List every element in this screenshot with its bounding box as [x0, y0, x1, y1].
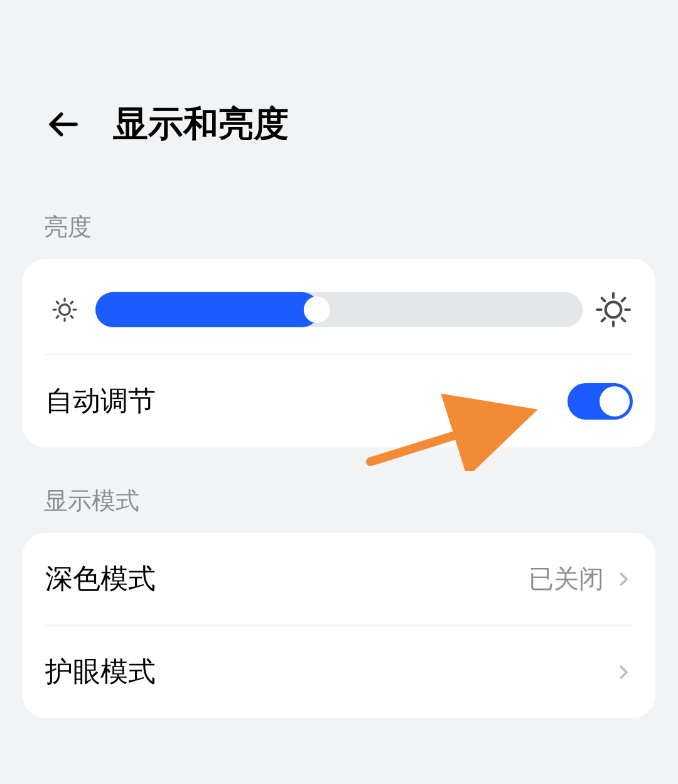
dark-mode-label: 深色模式: [45, 560, 156, 597]
brightness-slider[interactable]: [95, 292, 583, 327]
svg-line-16: [622, 318, 625, 322]
brightness-card: 自动调节: [23, 259, 655, 447]
dark-mode-row[interactable]: 深色模式 已关闭: [23, 533, 655, 625]
svg-line-9: [71, 302, 73, 303]
chevron-right-icon: [614, 570, 633, 589]
chevron-right-icon: [614, 663, 633, 682]
svg-line-6: [56, 302, 58, 303]
row-right-group: [604, 663, 633, 682]
brightness-slider-thumb[interactable]: [304, 297, 330, 323]
dark-mode-value: 已关闭: [529, 562, 604, 596]
page-header: 显示和亮度: [0, 0, 678, 173]
svg-point-10: [606, 302, 622, 318]
section-label-brightness: 亮度: [0, 173, 678, 259]
toggle-knob: [600, 386, 630, 416]
svg-line-7: [71, 316, 73, 318]
auto-adjust-toggle[interactable]: [568, 383, 633, 420]
brightness-slider-fill: [95, 292, 320, 327]
section-label-display-mode: 显示模式: [0, 447, 678, 533]
eye-care-row[interactable]: 护眼模式: [23, 626, 655, 718]
svg-line-17: [602, 318, 605, 322]
svg-line-15: [602, 298, 605, 302]
svg-line-18: [622, 298, 625, 302]
eye-care-label: 护眼模式: [45, 653, 156, 690]
back-icon[interactable]: [44, 106, 82, 143]
svg-line-8: [56, 316, 58, 318]
display-mode-card: 深色模式 已关闭 护眼模式: [23, 533, 655, 718]
page-title: 显示和亮度: [113, 101, 289, 148]
brightness-slider-row: [23, 259, 655, 354]
auto-adjust-row: 自动调节: [23, 355, 655, 447]
sun-high-icon: [594, 290, 633, 329]
row-right-group: 已关闭: [529, 562, 633, 596]
svg-point-1: [60, 305, 70, 315]
sun-low-icon: [45, 290, 84, 329]
auto-adjust-label: 自动调节: [45, 383, 156, 420]
